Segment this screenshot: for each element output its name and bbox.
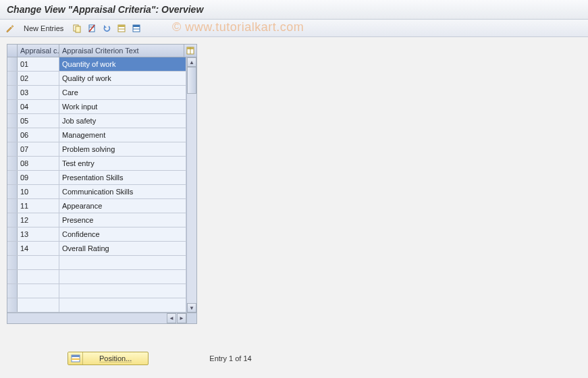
cell-text[interactable]: Presence [59,213,186,227]
cell-text[interactable] [59,270,186,284]
table-row[interactable] [7,270,186,284]
cell-code[interactable]: 12 [18,213,59,227]
row-selector[interactable] [7,100,18,113]
row-selector[interactable] [7,86,18,99]
row-selector[interactable] [7,142,18,156]
cell-code[interactable] [18,284,59,298]
delete-icon [87,24,97,33]
cell-text[interactable]: Presentation Skills [59,171,186,184]
delete-button[interactable] [86,22,98,34]
row-selector[interactable] [7,227,18,241]
cell-text[interactable]: Confidence [59,227,186,241]
scroll-up-button[interactable]: ▲ [187,57,196,67]
cell-text[interactable]: Appearance [59,199,186,213]
row-selector[interactable] [7,284,18,298]
table-row[interactable] [7,284,186,298]
cell-code[interactable]: 09 [18,171,59,184]
table-row[interactable]: 06Management [7,128,186,142]
row-selector[interactable] [7,57,18,71]
cell-text[interactable] [59,298,186,312]
new-entries-label: New Entries [24,24,63,32]
undo-change-button[interactable] [101,22,113,34]
table-row[interactable]: 09Presentation Skills [7,171,186,185]
cell-text[interactable]: Quality of work [59,72,186,85]
table-row[interactable] [7,256,186,270]
copy-as-button[interactable] [71,22,83,34]
cell-code[interactable]: 06 [18,128,59,142]
row-selector[interactable] [7,298,18,312]
table-row[interactable]: 14Overall Rating [7,242,186,256]
row-selector[interactable] [7,270,18,284]
row-selector[interactable] [7,213,18,227]
row-selector[interactable] [7,128,18,142]
grid-configure-button[interactable] [184,45,196,57]
pencil-glasses-icon [5,24,15,33]
row-selector[interactable] [7,242,18,255]
cell-code[interactable]: 08 [18,157,59,170]
cell-code[interactable]: 05 [18,114,59,128]
cell-text[interactable]: Overall Rating [59,242,186,255]
grid-header-code[interactable]: Appraisal c... [18,45,59,57]
cell-text[interactable]: Quantity of work [59,57,186,71]
cell-text[interactable] [59,256,186,269]
cell-code[interactable]: 14 [18,242,59,255]
cell-code[interactable]: 10 [18,185,59,198]
select-all-button[interactable] [115,22,128,34]
table-row[interactable]: 13Confidence [7,227,186,242]
deselect-all-button[interactable] [130,22,142,34]
table-row[interactable]: 05Job safety [7,114,186,128]
cell-code[interactable]: 07 [18,142,59,156]
cell-text[interactable]: Test entry [59,157,186,170]
cell-code[interactable] [18,270,59,284]
hscroll-left-button[interactable]: ◄ [167,313,176,323]
table-row[interactable]: 10Communication Skills [7,185,186,199]
vertical-scrollbar[interactable]: ▲ ▼ [186,57,196,313]
hscroll-right-button[interactable]: ► [177,313,186,323]
hscroll-track[interactable] [7,313,166,323]
cell-code[interactable]: 11 [18,199,59,213]
cell-code[interactable]: 02 [18,72,59,85]
horizontal-scrollbar: ◄ ► [7,313,196,323]
cell-text[interactable] [59,284,186,298]
row-selector[interactable] [7,171,18,184]
cell-text[interactable]: Problem solving [59,142,186,156]
row-selector[interactable] [7,185,18,198]
table-row[interactable] [7,298,186,313]
page-title: Change View "Appraisal Criteria": Overvi… [0,0,588,20]
new-entries-button[interactable]: New Entries [19,22,68,34]
cell-code[interactable]: 03 [18,86,59,99]
cell-text[interactable]: Care [59,86,186,99]
criteria-grid: Appraisal c... Appraisal Criterion Text … [7,44,197,324]
row-selector[interactable] [7,199,18,213]
grid-header-code-label: Appraisal c... [20,47,59,55]
scroll-thumb[interactable] [187,67,196,94]
row-selector[interactable] [7,157,18,170]
table-row[interactable]: 02Quality of work [7,72,186,86]
table-row[interactable]: 11Appearance [7,199,186,213]
table-row[interactable]: 08Test entry [7,157,186,171]
grid-header-selector[interactable] [7,45,18,57]
table-row[interactable]: 01Quantity of work [7,57,186,72]
row-selector[interactable] [7,114,18,128]
cell-code[interactable] [18,298,59,312]
cell-text[interactable]: Management [59,128,186,142]
position-button[interactable]: Position... [68,352,149,365]
row-selector[interactable] [7,72,18,85]
cell-code[interactable]: 13 [18,227,59,241]
table-row[interactable]: 12Presence [7,213,186,227]
cell-text[interactable]: Communication Skills [59,185,186,198]
scroll-corner [186,313,196,323]
table-row[interactable]: 03Care [7,86,186,100]
cell-code[interactable]: 01 [18,57,59,71]
cell-text[interactable]: Job safety [59,114,186,128]
row-selector[interactable] [7,256,18,269]
scroll-track[interactable] [187,94,196,303]
table-row[interactable]: 04Work input [7,100,186,114]
cell-code[interactable] [18,256,59,269]
grid-header-text[interactable]: Appraisal Criterion Text [59,45,184,57]
table-row[interactable]: 07Problem solving [7,142,186,157]
cell-code[interactable]: 04 [18,100,59,113]
toggle-display-change-button[interactable] [4,22,16,34]
scroll-down-button[interactable]: ▼ [187,303,196,313]
cell-text[interactable]: Work input [59,100,186,113]
